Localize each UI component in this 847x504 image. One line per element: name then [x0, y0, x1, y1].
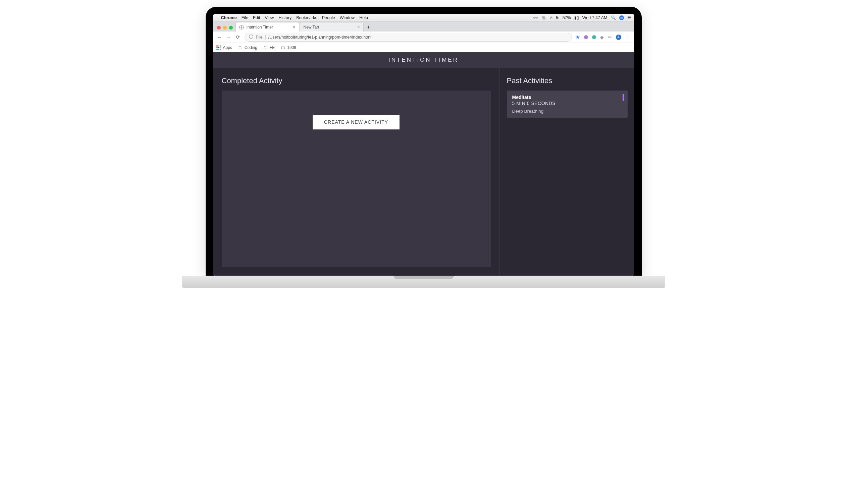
tab-intention-timer[interactable]: Intention Timer × [235, 22, 299, 32]
activity-description: Deep Breathing [512, 109, 622, 114]
back-button[interactable]: ← [216, 34, 223, 40]
reload-button[interactable]: ⟳ [235, 34, 241, 40]
apps-grid-icon [216, 45, 221, 50]
bookmark-folder-fe[interactable]: 🗀 FE [263, 45, 275, 50]
search-icon[interactable]: 🔍 [611, 15, 616, 20]
siri-icon[interactable]: ◎ [619, 15, 624, 20]
wifi-icon[interactable]: ⚞ [555, 15, 559, 20]
mac-menu-bar: Chrome File Edit View History Bookmarks … [213, 14, 634, 21]
folder-icon: 🗀 [238, 45, 243, 50]
glasses-icon[interactable]: 👓 [533, 15, 538, 20]
bookmark-folder-1909[interactable]: 🗀 1909 [281, 45, 296, 50]
activity-duration: 5 MIN 0 SECONDS [512, 101, 622, 106]
menu-list-icon[interactable]: ☰ [627, 15, 631, 20]
completed-activity-pane: Completed Activity CREATE A NEW ACTIVITY [213, 68, 500, 276]
menu-file[interactable]: File [242, 15, 248, 20]
tab-close-icon[interactable]: × [357, 24, 360, 30]
folder-icon: 🗀 [263, 45, 268, 50]
globe-icon [239, 25, 244, 30]
extension-pen-icon[interactable]: ✎ [606, 34, 613, 40]
screen: Chrome File Edit View History Bookmarks … [213, 14, 634, 276]
url-scheme: File [256, 35, 266, 40]
menu-help[interactable]: Help [359, 15, 368, 20]
laptop-base [182, 276, 665, 288]
screen-mirror-icon[interactable]: ⎚ [550, 15, 552, 20]
tab-title: New Tab [304, 25, 319, 30]
new-tab-button[interactable]: + [364, 23, 373, 32]
past-activities-heading: Past Activities [507, 76, 628, 85]
tab-title: Intention Timer [247, 25, 273, 30]
extension-diamond-icon[interactable]: ◆ [600, 35, 604, 40]
bookmark-label: 1909 [287, 45, 296, 50]
extension-teal-icon[interactable] [592, 35, 596, 39]
app-title: INTENTION TIMER [213, 52, 634, 68]
menu-history[interactable]: History [278, 15, 292, 20]
window-minimize-icon[interactable] [223, 26, 227, 30]
menu-window[interactable]: Window [340, 15, 355, 20]
star-icon[interactable]: ★ [575, 34, 580, 40]
folder-icon: 🗀 [281, 45, 285, 50]
battery-icon[interactable]: ▮▯ [574, 15, 579, 20]
completed-activity-panel: CREATE A NEW ACTIVITY [222, 91, 491, 267]
window-zoom-icon[interactable] [229, 26, 233, 30]
menu-bookmarks[interactable]: Bookmarks [296, 15, 317, 20]
chrome-address-bar: ← → ⟳ ⓘ File /Users/holtbolt/turing/fe1-… [213, 32, 634, 43]
clock[interactable]: Wed 7:47 AM [582, 15, 607, 20]
evernote-icon[interactable]: 🐘 [542, 15, 546, 20]
profile-avatar[interactable]: A [616, 35, 621, 40]
app-root: INTENTION TIMER Completed Activity CREAT… [213, 52, 634, 276]
extension-purple-icon[interactable] [584, 35, 588, 39]
battery-percent: 57% [563, 15, 571, 20]
url-path: /Users/holtbolt/turing/fe1-planning/pom-… [268, 35, 371, 40]
address-field[interactable]: ⓘ File /Users/holtbolt/turing/fe1-planni… [245, 33, 572, 41]
bookmark-label: FE [270, 45, 275, 50]
bookmark-folder-coding[interactable]: 🗀 Coding [238, 45, 257, 50]
create-new-activity-button[interactable]: CREATE A NEW ACTIVITY [313, 115, 400, 129]
menu-edit[interactable]: Edit [253, 15, 260, 20]
chrome-tab-strip: Intention Timer × New Tab × + [213, 21, 634, 32]
completed-activity-heading: Completed Activity [222, 76, 491, 85]
menu-people[interactable]: People [322, 15, 335, 20]
forward-button[interactable]: → [226, 34, 232, 40]
past-activities-pane: Past Activities Meditate 5 MIN 0 SECONDS… [500, 68, 634, 276]
category-accent [622, 94, 624, 101]
chrome-menu-icon[interactable]: ⋮ [625, 34, 631, 40]
apps-label: Apps [223, 45, 232, 50]
tab-close-icon[interactable]: × [293, 24, 296, 30]
tab-new-tab[interactable]: New Tab × [300, 22, 364, 32]
past-activity-card[interactable]: Meditate 5 MIN 0 SECONDS Deep Breathing [507, 91, 628, 118]
bookmarks-bar: Apps 🗀 Coding 🗀 FE 🗀 1909 [213, 43, 634, 52]
activity-title: Meditate [512, 94, 622, 100]
bookmark-label: Coding [245, 45, 257, 50]
menu-app-name[interactable]: Chrome [221, 15, 237, 20]
menu-view[interactable]: View [265, 15, 274, 20]
laptop-frame: Chrome File Edit View History Bookmarks … [206, 7, 642, 276]
apps-shortcut[interactable]: Apps [216, 45, 232, 50]
window-controls [216, 26, 235, 32]
window-close-icon[interactable] [217, 26, 221, 30]
info-icon[interactable]: ⓘ [249, 34, 253, 40]
